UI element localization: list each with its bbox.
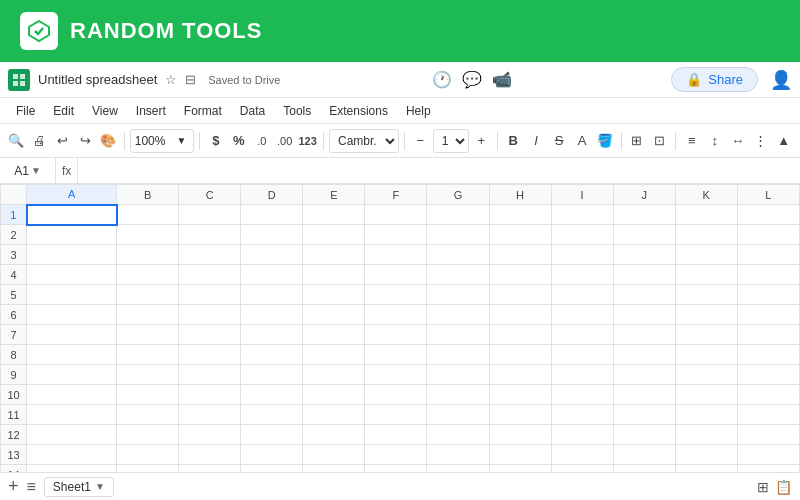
cell-D6[interactable] (241, 305, 303, 325)
undo-btn[interactable]: ↩ (52, 129, 73, 153)
cell-A13[interactable] (27, 445, 117, 465)
cell-A2[interactable] (27, 225, 117, 245)
row-number-3[interactable]: 3 (1, 245, 27, 265)
cell-L1[interactable] (737, 205, 799, 225)
menu-view[interactable]: View (84, 102, 126, 120)
cell-J6[interactable] (613, 305, 675, 325)
cell-I8[interactable] (551, 345, 613, 365)
cell-I11[interactable] (551, 405, 613, 425)
cell-J14[interactable] (613, 465, 675, 473)
cell-K4[interactable] (675, 265, 737, 285)
add-sheet-button[interactable]: + (8, 476, 19, 497)
cell-B13[interactable] (117, 445, 179, 465)
strikethrough-btn[interactable]: S (549, 129, 570, 153)
col-header-H[interactable]: H (489, 185, 551, 205)
cell-H1[interactable] (489, 205, 551, 225)
cell-B7[interactable] (117, 325, 179, 345)
cell-J1[interactable] (613, 205, 675, 225)
cell-D5[interactable] (241, 285, 303, 305)
cell-A9[interactable] (27, 365, 117, 385)
decimal-decrease-btn[interactable]: .0 (251, 129, 272, 153)
cell-A11[interactable] (27, 405, 117, 425)
cell-K11[interactable] (675, 405, 737, 425)
cell-E12[interactable] (303, 425, 365, 445)
cell-E8[interactable] (303, 345, 365, 365)
row-number-11[interactable]: 11 (1, 405, 27, 425)
cell-F1[interactable] (365, 205, 427, 225)
menu-format[interactable]: Format (176, 102, 230, 120)
history-icon[interactable]: 🕐 (432, 70, 452, 89)
row-number-4[interactable]: 4 (1, 265, 27, 285)
cell-F9[interactable] (365, 365, 427, 385)
cell-H6[interactable] (489, 305, 551, 325)
menu-insert[interactable]: Insert (128, 102, 174, 120)
cell-H2[interactable] (489, 225, 551, 245)
cell-L12[interactable] (737, 425, 799, 445)
cell-J2[interactable] (613, 225, 675, 245)
cell-J4[interactable] (613, 265, 675, 285)
cell-E10[interactable] (303, 385, 365, 405)
cell-F3[interactable] (365, 245, 427, 265)
cell-L5[interactable] (737, 285, 799, 305)
cell-J12[interactable] (613, 425, 675, 445)
cell-J3[interactable] (613, 245, 675, 265)
cell-B1[interactable] (117, 205, 179, 225)
menu-extensions[interactable]: Extensions (321, 102, 396, 120)
cell-B2[interactable] (117, 225, 179, 245)
cell-K1[interactable] (675, 205, 737, 225)
wrap-btn[interactable]: ↔ (727, 129, 748, 153)
font-select[interactable]: Cambr... (329, 129, 399, 153)
cell-K5[interactable] (675, 285, 737, 305)
cell-H9[interactable] (489, 365, 551, 385)
col-header-E[interactable]: E (303, 185, 365, 205)
cell-I13[interactable] (551, 445, 613, 465)
cell-C7[interactable] (179, 325, 241, 345)
cell-F6[interactable] (365, 305, 427, 325)
borders-btn[interactable]: ⊞ (626, 129, 647, 153)
explore-icon[interactable]: ⊞ (757, 479, 769, 495)
cell-K3[interactable] (675, 245, 737, 265)
move-icon[interactable]: ⊟ (185, 72, 196, 87)
cell-C2[interactable] (179, 225, 241, 245)
cell-H10[interactable] (489, 385, 551, 405)
cell-E3[interactable] (303, 245, 365, 265)
cell-A12[interactable] (27, 425, 117, 445)
cell-C10[interactable] (179, 385, 241, 405)
cell-I5[interactable] (551, 285, 613, 305)
cell-D12[interactable] (241, 425, 303, 445)
cell-G10[interactable] (427, 385, 489, 405)
cell-F14[interactable] (365, 465, 427, 473)
cell-H12[interactable] (489, 425, 551, 445)
account-icon[interactable]: 👤 (770, 69, 792, 91)
share-button[interactable]: 🔒 Share (671, 67, 758, 92)
cell-K8[interactable] (675, 345, 737, 365)
cell-K2[interactable] (675, 225, 737, 245)
cell-E13[interactable] (303, 445, 365, 465)
cell-K13[interactable] (675, 445, 737, 465)
cell-C8[interactable] (179, 345, 241, 365)
cell-F11[interactable] (365, 405, 427, 425)
cell-B6[interactable] (117, 305, 179, 325)
cell-J8[interactable] (613, 345, 675, 365)
cell-H8[interactable] (489, 345, 551, 365)
cell-A6[interactable] (27, 305, 117, 325)
cell-H5[interactable] (489, 285, 551, 305)
cell-B9[interactable] (117, 365, 179, 385)
cell-J5[interactable] (613, 285, 675, 305)
menu-edit[interactable]: Edit (45, 102, 82, 120)
cell-K12[interactable] (675, 425, 737, 445)
italic-btn[interactable]: I (526, 129, 547, 153)
sheets-navigation-icon[interactable]: 📋 (775, 479, 792, 495)
cell-I12[interactable] (551, 425, 613, 445)
cell-F12[interactable] (365, 425, 427, 445)
align-left-btn[interactable]: ≡ (681, 129, 702, 153)
cell-B3[interactable] (117, 245, 179, 265)
cell-G14[interactable] (427, 465, 489, 473)
row-number-10[interactable]: 10 (1, 385, 27, 405)
cell-J9[interactable] (613, 365, 675, 385)
col-header-K[interactable]: K (675, 185, 737, 205)
cell-J7[interactable] (613, 325, 675, 345)
cell-E4[interactable] (303, 265, 365, 285)
menu-file[interactable]: File (8, 102, 43, 120)
cell-J11[interactable] (613, 405, 675, 425)
